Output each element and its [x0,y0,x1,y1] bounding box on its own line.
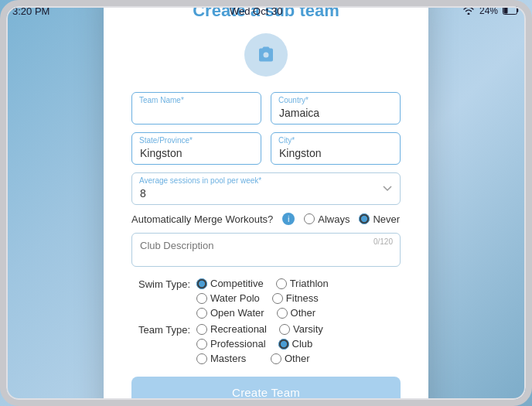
city-field: City* [271,132,401,165]
team-other-radio[interactable] [271,353,281,364]
team-club-radio[interactable] [278,339,289,350]
avg-sessions-field: Average sessions in pool per week* 8 1 2… [131,172,401,205]
swim-type-label: Swim Type: [131,278,190,290]
row-state-city: State/Province* City* [131,132,401,165]
team-type-label: Team Type: [131,323,190,336]
merge-workouts-row: Automatically Merge Workouts? i Always N… [131,213,401,225]
merge-always-radio[interactable] [304,213,315,224]
state-field: State/Province* [131,132,261,165]
team-type-options: Recreational Varsity Professional Club M… [196,323,401,364]
char-count: 0/120 [373,237,393,246]
team-name-field: Team Name* [131,92,261,125]
merge-never-radio[interactable] [359,213,370,224]
swim-waterpolo-radio[interactable] [196,293,207,304]
swim-openwater-label[interactable]: Open Water [196,307,264,319]
avatar-upload-area[interactable] [131,33,401,77]
team-varsity-radio[interactable] [279,324,290,335]
status-time: 3:20 PM [12,5,49,17]
swim-triathlon-label[interactable]: Triathlon [276,278,338,289]
swim-openwater-radio[interactable] [196,308,207,319]
create-team-button[interactable]: Create Team [131,377,401,406]
create-sub-team-modal: × Create a sub team Team Name* Country* [104,0,428,406]
wifi-icon [462,5,475,17]
merge-always-label[interactable]: Always [304,213,350,225]
swim-other-label[interactable]: Other [277,307,339,319]
swim-fitness-radio[interactable] [272,293,283,304]
battery-percentage: 24% [479,5,498,16]
team-recreational-radio[interactable] [196,324,207,335]
swim-triathlon-radio[interactable] [276,278,287,289]
country-field: Country* [271,92,401,125]
swim-other-radio[interactable] [277,308,288,319]
avatar-circle[interactable] [244,33,288,77]
status-bar: 3:20 PM Wed Oct 30 24% [0,0,532,22]
camera-icon [257,46,275,64]
team-masters-label[interactable]: Masters [196,353,258,364]
swim-waterpolo-label[interactable]: Water Polo [196,292,260,304]
team-professional-radio[interactable] [196,339,207,350]
team-type-row: Team Type: Recreational Varsity Professi… [131,323,401,364]
country-label: Country* [278,96,309,104]
description-textarea[interactable] [131,233,401,267]
team-masters-radio[interactable] [196,353,207,364]
merge-workouts-label: Automatically Merge Workouts? [131,213,273,225]
modal-backdrop: × Create a sub team Team Name* Country* [0,0,532,406]
team-varsity-label[interactable]: Varsity [279,323,341,335]
team-recreational-label[interactable]: Recreational [196,323,267,335]
svg-rect-1 [503,6,507,13]
row-avg-sessions: Average sessions in pool per week* 8 1 2… [131,172,401,205]
team-professional-label[interactable]: Professional [196,338,266,350]
merge-never-label[interactable]: Never [359,213,400,225]
state-label: State/Province* [139,136,193,145]
team-club-label[interactable]: Club [278,338,340,350]
battery-icon [503,5,520,17]
swim-fitness-label[interactable]: Fitness [272,292,334,304]
merge-never-group: Never [359,213,400,225]
team-name-label: Team Name* [139,96,184,104]
swim-competitive-radio[interactable] [196,278,207,289]
avg-sessions-label: Average sessions in pool per week* [139,176,261,185]
city-label: City* [278,136,295,145]
row-name-country: Team Name* Country* [131,92,401,125]
team-other-label[interactable]: Other [271,353,332,364]
description-wrap: 0/120 [131,233,401,270]
swim-type-options: Competitive Triathlon Water Polo Fitness… [196,278,401,319]
merge-always-group: Always [304,213,350,225]
info-icon[interactable]: i [282,213,295,225]
status-date: Wed Oct 30 [230,5,282,17]
swim-competitive-label[interactable]: Competitive [196,278,264,289]
swim-type-row: Swim Type: Competitive Triathlon Water P… [131,278,401,319]
